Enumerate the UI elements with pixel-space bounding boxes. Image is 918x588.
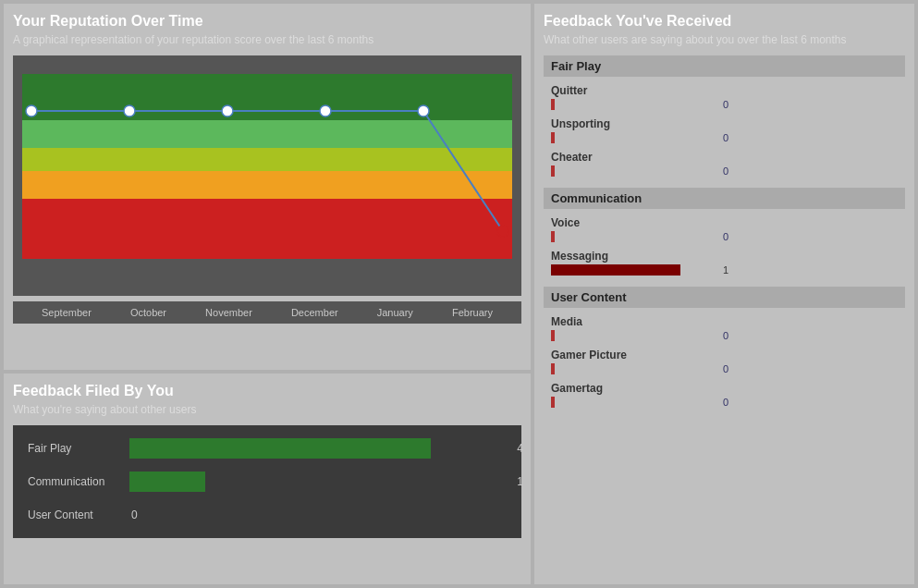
svg-point-3 bbox=[320, 105, 331, 116]
filed-subtitle: What you're saying about other users bbox=[13, 403, 521, 416]
bar-cheater bbox=[551, 165, 555, 177]
filed-panel: Feedback Filed By You What you're saying… bbox=[4, 374, 531, 584]
month-dec: December bbox=[291, 307, 338, 318]
bar-fill-communication bbox=[129, 472, 205, 492]
bar-media bbox=[551, 330, 555, 341]
bar-fill-fairplay bbox=[129, 438, 431, 459]
bar-gamertag bbox=[551, 397, 555, 408]
month-nov: November bbox=[205, 307, 252, 318]
item-voice: Voice 0 bbox=[544, 214, 905, 248]
received-subtitle: What other users are saying about you ov… bbox=[544, 33, 905, 46]
bar-row-fairplay: Fair Play 4 bbox=[28, 438, 507, 459]
line-chart-svg bbox=[22, 74, 512, 259]
month-jan: January bbox=[377, 307, 413, 318]
item-gamer-picture: Gamer Picture 0 bbox=[544, 347, 905, 380]
bar-row-usercontent: User Content 0 bbox=[28, 505, 507, 525]
bar-unsporting bbox=[551, 132, 555, 143]
filed-bar-chart: Fair Play 4 Communication 1 User Content… bbox=[13, 425, 521, 538]
bar-value-usercontent: 0 bbox=[131, 508, 138, 521]
section-fair-play: Fair Play bbox=[544, 55, 905, 77]
svg-point-4 bbox=[418, 105, 429, 116]
bar-row-communication: Communication 1 bbox=[28, 472, 507, 492]
item-media: Media 0 bbox=[544, 313, 905, 347]
received-title: Feedback You've Received bbox=[544, 13, 905, 30]
bar-messaging bbox=[551, 264, 680, 276]
bar-label-usercontent: User Content bbox=[28, 508, 120, 521]
received-panel: Feedback You've Received What other user… bbox=[534, 4, 914, 584]
bar-voice bbox=[551, 231, 555, 242]
month-sep: September bbox=[42, 307, 92, 318]
svg-point-0 bbox=[26, 105, 37, 116]
bar-value-fairplay: 4 bbox=[517, 442, 523, 455]
svg-point-2 bbox=[222, 105, 233, 116]
svg-point-1 bbox=[124, 105, 135, 116]
item-quitter: Quitter 0 bbox=[544, 82, 905, 116]
chart-labels: September October November December Janu… bbox=[13, 301, 521, 324]
item-messaging: Messaging 1 bbox=[544, 248, 905, 281]
section-user-content: User Content bbox=[544, 287, 905, 308]
bar-label-communication: Communication bbox=[28, 475, 120, 488]
bar-label-fairplay: Fair Play bbox=[28, 442, 120, 455]
item-cheater: Cheater 0 bbox=[544, 149, 905, 182]
section-communication: Communication bbox=[544, 188, 905, 209]
month-oct: October bbox=[130, 307, 166, 318]
filed-title: Feedback Filed By You bbox=[13, 383, 521, 399]
reputation-chart bbox=[13, 55, 521, 296]
bar-gamer-picture bbox=[551, 363, 555, 374]
svg-point-5 bbox=[497, 226, 508, 237]
item-gamertag: Gamertag 0 bbox=[544, 380, 905, 413]
reputation-subtitle: A graphical representation of your reput… bbox=[13, 33, 521, 46]
bar-value-communication: 1 bbox=[517, 475, 523, 488]
bar-quitter bbox=[551, 99, 555, 110]
reputation-title: Your Reputation Over Time bbox=[13, 13, 521, 30]
reputation-panel: Your Reputation Over Time A graphical re… bbox=[4, 4, 531, 370]
month-feb: February bbox=[452, 307, 493, 318]
item-unsporting: Unsporting 0 bbox=[544, 116, 905, 149]
